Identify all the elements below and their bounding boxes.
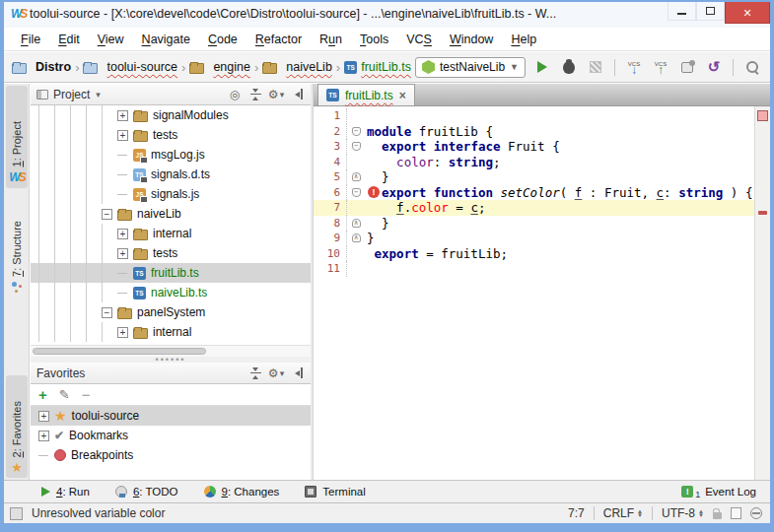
- run-configuration-select[interactable]: testNaiveLib ▼: [415, 57, 526, 78]
- code-line[interactable]: 6−! export function setColor( f : Fruit,…: [314, 185, 754, 201]
- collapse-all-button[interactable]: [247, 366, 263, 381]
- tool-tab-project[interactable]: 1: Project WS: [6, 86, 28, 188]
- breadcrumb-item[interactable]: toolui-source: [83, 60, 177, 74]
- close-tab-icon[interactable]: ×: [399, 89, 406, 102]
- menu-code[interactable]: Code: [199, 30, 246, 49]
- code-line[interactable]: 1: [314, 108, 754, 124]
- menu-navigate[interactable]: Navigate: [133, 30, 199, 49]
- tree-row[interactable]: signalModules: [31, 105, 311, 125]
- tree-row[interactable]: internal: [31, 224, 311, 243]
- tree-row[interactable]: TSsignals.d.ts: [31, 165, 311, 184]
- minimize-button[interactable]: [668, 2, 696, 21]
- add-favorite-button[interactable]: +: [38, 388, 47, 402]
- error-stripe-mark[interactable]: [758, 211, 767, 215]
- caret-position-widget[interactable]: 7:7: [568, 506, 585, 520]
- menu-run[interactable]: Run: [311, 30, 351, 49]
- expand-icon[interactable]: [117, 327, 128, 338]
- code-line[interactable]: 3− export interface Fruit {: [314, 139, 754, 155]
- collapse-icon[interactable]: [102, 209, 112, 220]
- menu-help[interactable]: Help: [502, 30, 545, 49]
- tool-window-button-terminal[interactable]: Terminal: [305, 486, 365, 498]
- breadcrumb-item[interactable]: naiveLib: [262, 60, 332, 74]
- encoding-select[interactable]: UTF-8▲▼: [662, 506, 704, 520]
- code-line[interactable]: 5∧ }: [314, 169, 754, 185]
- title-bar[interactable]: WS toolui-source - [X:\core\devel\code\C…: [4, 2, 770, 28]
- tree-row[interactable]: tests: [31, 243, 311, 263]
- menu-vcs[interactable]: VCS: [397, 30, 441, 49]
- inspections-hector-icon[interactable]: [750, 507, 762, 519]
- error-stripe[interactable]: [754, 106, 770, 480]
- code-line[interactable]: 10 export = fruitLib;: [314, 246, 754, 262]
- tool-window-button-4-run[interactable]: 4: Run: [41, 486, 90, 498]
- code-line[interactable]: 8∧ }: [314, 216, 754, 232]
- file-error-indicator[interactable]: [757, 110, 768, 121]
- vcs-commit-button[interactable]: VCS↑: [651, 57, 670, 77]
- debug-button[interactable]: [559, 57, 579, 77]
- expand-icon[interactable]: [117, 110, 128, 121]
- fold-marker-icon[interactable]: −: [352, 127, 361, 136]
- fold-marker-icon[interactable]: −: [352, 188, 361, 197]
- line-ending-select[interactable]: CRLF▲▼: [603, 506, 643, 520]
- fold-marker-icon[interactable]: ∧: [352, 172, 361, 181]
- code-line[interactable]: 11: [314, 261, 754, 277]
- tree-row[interactable]: TSnaiveLib.ts: [31, 283, 311, 302]
- menu-view[interactable]: View: [89, 30, 133, 49]
- menu-refactor[interactable]: Refactor: [246, 30, 311, 49]
- breadcrumb-item[interactable]: Distro: [12, 60, 71, 74]
- search-everywhere-button[interactable]: [742, 57, 762, 77]
- expand-icon[interactable]: [38, 411, 49, 422]
- tree-row[interactable]: internal: [31, 322, 311, 342]
- editor-tab-fruitlib[interactable]: TS fruitLib.ts ×: [317, 84, 415, 105]
- maximize-button[interactable]: [696, 2, 725, 21]
- tool-tab-favorites[interactable]: 2: Favorites ★: [6, 375, 28, 478]
- rollback-button[interactable]: ↺: [704, 57, 724, 77]
- code-line[interactable]: 2−module fruitLib {: [314, 124, 754, 140]
- fold-marker-icon[interactable]: ∧: [352, 219, 361, 228]
- readonly-lock-icon[interactable]: [713, 512, 722, 519]
- tree-row[interactable]: JSmsgLog.js: [31, 145, 311, 165]
- tree-row[interactable]: naiveLib: [31, 204, 311, 224]
- edit-favorite-button[interactable]: ✎: [59, 387, 70, 402]
- coverage-button[interactable]: [586, 57, 605, 77]
- tool-window-toggle-icon[interactable]: [10, 507, 23, 520]
- fold-marker-icon[interactable]: −: [352, 142, 361, 151]
- tool-window-button-9-changes[interactable]: 9: Changes: [204, 486, 280, 498]
- menu-edit[interactable]: Edit: [49, 30, 89, 49]
- expand-icon[interactable]: [117, 130, 128, 141]
- tree-row[interactable]: panelSystem: [31, 302, 311, 322]
- close-button[interactable]: ×: [725, 2, 770, 24]
- collapse-all-button[interactable]: [247, 87, 263, 102]
- error-quickfix-bulb-icon[interactable]: !: [368, 186, 380, 198]
- menu-tools[interactable]: Tools: [351, 30, 397, 49]
- tree-row[interactable]: ★toolui-source: [31, 406, 311, 426]
- run-button[interactable]: [532, 57, 552, 77]
- tree-row[interactable]: ✔Bookmarks: [31, 426, 311, 445]
- tool-tab-structure[interactable]: 7: Structure: [6, 194, 28, 297]
- breadcrumb-item[interactable]: engine: [189, 60, 250, 74]
- code-line[interactable]: 4 color: string;: [314, 155, 754, 170]
- hide-panel-button[interactable]: [289, 87, 305, 102]
- hide-panel-button[interactable]: [289, 366, 305, 381]
- vcs-update-button[interactable]: VCS↓: [624, 57, 644, 77]
- expand-icon[interactable]: [117, 248, 128, 259]
- expand-icon[interactable]: [117, 229, 128, 239]
- tool-window-button-6-todo[interactable]: 6: TODO: [115, 486, 178, 498]
- settings-button[interactable]: ⚙▾: [268, 87, 284, 102]
- tree-row[interactable]: JSsignals.js: [31, 184, 311, 204]
- menu-file[interactable]: File: [12, 30, 49, 49]
- menu-window[interactable]: Window: [441, 30, 502, 49]
- tree-row[interactable]: TSfruitLib.ts: [31, 263, 311, 283]
- locate-button[interactable]: ◎: [227, 87, 243, 102]
- collapse-icon[interactable]: [102, 307, 112, 318]
- code-line[interactable]: 9∧}: [314, 231, 754, 246]
- scrollbar-thumb[interactable]: [33, 348, 206, 355]
- remove-favorite-button[interactable]: −: [82, 388, 91, 402]
- expand-icon[interactable]: [38, 431, 49, 441]
- show-changes-button[interactable]: [677, 57, 697, 77]
- settings-button[interactable]: ⚙▾: [268, 366, 284, 381]
- highlighting-level-icon[interactable]: [731, 507, 741, 519]
- code-line[interactable]: 7 f.color = c;: [314, 200, 754, 216]
- event-log-button[interactable]: !1 Event Log: [681, 484, 756, 499]
- tree-row[interactable]: tests: [31, 125, 311, 145]
- breadcrumb-item[interactable]: TSfruitLib.ts: [344, 60, 411, 74]
